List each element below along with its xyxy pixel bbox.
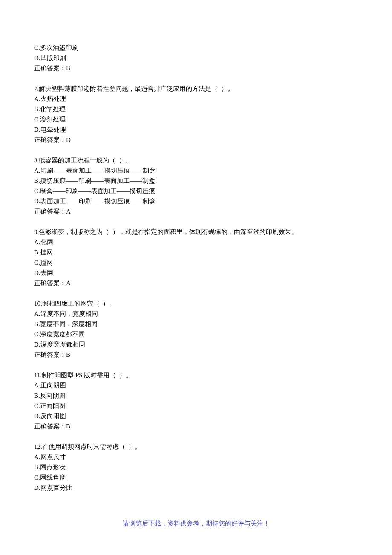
spacer <box>34 217 358 227</box>
footer-text: 请浏览后下载，资料供参考，期待您的好评与关注！ <box>34 518 358 529</box>
option-text: D.凹版印刷 <box>34 53 358 63</box>
option-text: B.反向阴图 <box>34 390 358 401</box>
option-text: A.化网 <box>34 237 358 247</box>
answer-text: 正确答案：B <box>34 63 358 73</box>
question-stem: 9.色彩渐变，制版称之为（ ），就是在指定的面积里，体现有规律的，由深至浅的印刷… <box>34 227 358 237</box>
question-8: 8.纸容器的加工流程一般为（ ）。 A.印刷——表面加工——摸切压痕——制盒 B… <box>34 155 358 217</box>
question-9: 9.色彩渐变，制版称之为（ ），就是在指定的面积里，体现有规律的，由深至浅的印刷… <box>34 227 358 288</box>
option-text: D.去网 <box>34 268 358 278</box>
option-text: C.网线角度 <box>34 472 358 483</box>
answer-text: 正确答案：B <box>34 421 358 431</box>
option-text: B.摸切压痕——印刷——表面加工——制盒 <box>34 176 358 186</box>
option-text: C.溶剂处理 <box>34 114 358 124</box>
spacer <box>34 73 358 84</box>
question-10: 10.照相凹版上的网穴（ ）。 A.深度不同，宽度相同 B.宽度不同，深度相同 … <box>34 298 358 360</box>
option-text: C.制盒——印刷——表面加工——摸切压痕 <box>34 186 358 196</box>
question-stem: 11.制作阳图型 PS 版时需用（ ）。 <box>34 370 358 380</box>
option-text: B.化学处理 <box>34 104 358 114</box>
option-text: A.正向阴图 <box>34 380 358 390</box>
answer-text: 正确答案：D <box>34 135 358 145</box>
question-6-tail: C.多次油墨印刷 D.凹版印刷 正确答案：B <box>34 43 358 73</box>
spacer <box>34 145 358 155</box>
option-text: C.深度宽度都不同 <box>34 329 358 339</box>
question-stem: 7.解决塑料薄膜印迹附着性差问题，最适合并广泛应用的方法是（ ）。 <box>34 84 358 94</box>
answer-text: 正确答案：A <box>34 278 358 288</box>
option-text: A.火焰处理 <box>34 94 358 104</box>
spacer <box>34 431 358 442</box>
question-stem: 8.纸容器的加工流程一般为（ ）。 <box>34 155 358 165</box>
spacer <box>34 360 358 370</box>
answer-text: 正确答案：A <box>34 206 358 217</box>
option-text: C.撞网 <box>34 257 358 268</box>
option-text: D.电晕处理 <box>34 124 358 135</box>
spacer <box>34 288 358 298</box>
option-text: D.表面加工——印刷——摸切压痕——制盒 <box>34 196 358 206</box>
document-page: C.多次油墨印刷 D.凹版印刷 正确答案：B 7.解决塑料薄膜印迹附着性差问题，… <box>0 0 392 546</box>
question-12: 12.在使用调频网点时只需考虑（ ）。 A.网点尺寸 B.网点形状 C.网线角度… <box>34 442 358 493</box>
option-text: A.网点尺寸 <box>34 452 358 462</box>
question-7: 7.解决塑料薄膜印迹附着性差问题，最适合并广泛应用的方法是（ ）。 A.火焰处理… <box>34 84 358 145</box>
option-text: B.宽度不同，深度相同 <box>34 319 358 329</box>
option-text: B.网点形状 <box>34 462 358 472</box>
option-text: D.深度宽度都相同 <box>34 339 358 350</box>
answer-text: 正确答案：B <box>34 350 358 360</box>
option-text: D.反向阳图 <box>34 411 358 421</box>
question-stem: 10.照相凹版上的网穴（ ）。 <box>34 298 358 309</box>
option-text: C.多次油墨印刷 <box>34 43 358 53</box>
option-text: C.正向阳图 <box>34 401 358 411</box>
question-stem: 12.在使用调频网点时只需考虑（ ）。 <box>34 442 358 452</box>
question-11: 11.制作阳图型 PS 版时需用（ ）。 A.正向阴图 B.反向阴图 C.正向阳… <box>34 370 358 431</box>
option-text: A.印刷——表面加工——摸切压痕——制盒 <box>34 165 358 176</box>
option-text: D.网点百分比 <box>34 483 358 493</box>
option-text: A.深度不同，宽度相同 <box>34 309 358 319</box>
option-text: B.挂网 <box>34 247 358 257</box>
